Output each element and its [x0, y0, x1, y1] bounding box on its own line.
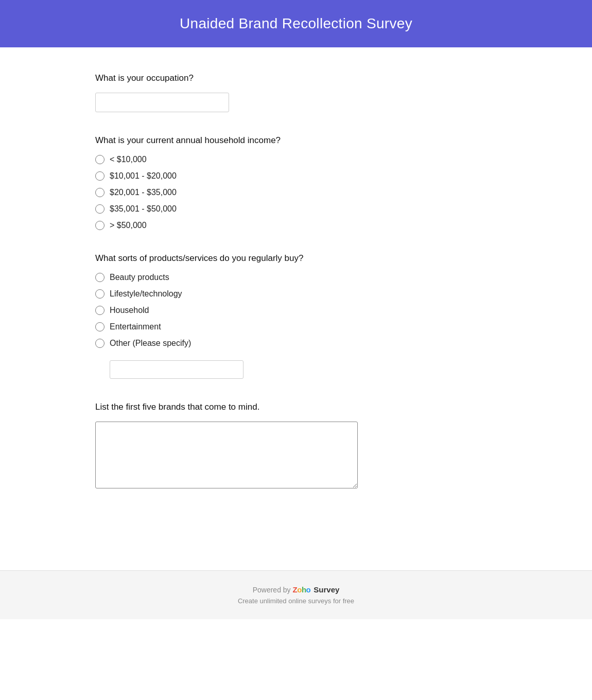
zoho-h: h — [302, 585, 306, 594]
question-1-label: What is your occupation? — [95, 73, 497, 83]
product-radio-1[interactable] — [95, 273, 105, 282]
question-2-block: What is your current annual household in… — [95, 135, 497, 230]
question-4-block: List the first five brands that come to … — [95, 402, 497, 491]
zoho-z: Z — [293, 585, 298, 594]
product-option-4[interactable]: Entertainment — [95, 322, 497, 331]
product-radio-2[interactable] — [95, 289, 105, 299]
powered-by-line: Powered by Zoho Survey — [10, 585, 582, 594]
question-3-block: What sorts of products/services do you r… — [95, 253, 497, 379]
income-radio-group: < $10,000 $10,001 - $20,000 $20,001 - $3… — [95, 155, 497, 230]
powered-by-label: Powered by — [253, 586, 291, 594]
income-radio-1[interactable] — [95, 155, 105, 164]
question-1-block: What is your occupation? — [95, 73, 497, 112]
product-option-5-label: Other (Please specify) — [110, 339, 191, 348]
income-radio-3[interactable] — [95, 188, 105, 197]
income-option-1-label: < $10,000 — [110, 155, 147, 164]
survey-label: Survey — [314, 585, 339, 594]
product-option-1[interactable]: Beauty products — [95, 273, 497, 282]
page-header: Unaided Brand Recollection Survey — [0, 0, 592, 47]
survey-title: Unaided Brand Recollection Survey — [10, 15, 582, 32]
product-option-2-label: Lifestyle/technology — [110, 289, 182, 299]
product-option-5[interactable]: Other (Please specify) — [95, 339, 497, 348]
income-radio-2[interactable] — [95, 171, 105, 181]
zoho-logo: Zoho — [293, 585, 311, 594]
income-option-4-label: $35,001 - $50,000 — [110, 204, 177, 214]
footer-tagline: Create unlimited online surveys for free — [10, 597, 582, 605]
survey-content: What is your occupation? What is your cu… — [64, 47, 528, 539]
income-option-4[interactable]: $35,001 - $50,000 — [95, 204, 497, 214]
income-option-5-label: > $50,000 — [110, 221, 147, 230]
zoho-o2: o — [306, 585, 311, 594]
question-4-label: List the first five brands that come to … — [95, 402, 497, 412]
income-option-1[interactable]: < $10,000 — [95, 155, 497, 164]
products-radio-group: Beauty products Lifestyle/technology Hou… — [95, 273, 497, 379]
product-option-1-label: Beauty products — [110, 273, 169, 282]
income-radio-4[interactable] — [95, 204, 105, 214]
product-option-3[interactable]: Household — [95, 306, 497, 315]
income-option-2-label: $10,001 - $20,000 — [110, 171, 177, 181]
question-2-label: What is your current annual household in… — [95, 135, 497, 146]
income-option-3[interactable]: $20,001 - $35,000 — [95, 188, 497, 197]
product-radio-4[interactable] — [95, 322, 105, 331]
other-specify-input[interactable] — [110, 360, 243, 379]
brands-textarea[interactable] — [95, 422, 358, 488]
income-option-2[interactable]: $10,001 - $20,000 — [95, 171, 497, 181]
income-option-3-label: $20,001 - $35,000 — [110, 188, 177, 197]
product-option-2[interactable]: Lifestyle/technology — [95, 289, 497, 299]
zoho-o: o — [297, 585, 302, 594]
page-footer: Powered by Zoho Survey Create unlimited … — [0, 570, 592, 619]
product-radio-5[interactable] — [95, 339, 105, 348]
question-3-label: What sorts of products/services do you r… — [95, 253, 497, 264]
product-option-4-label: Entertainment — [110, 322, 161, 331]
other-input-wrapper — [110, 360, 497, 379]
income-option-5[interactable]: > $50,000 — [95, 221, 497, 230]
product-radio-3[interactable] — [95, 306, 105, 315]
product-option-3-label: Household — [110, 306, 149, 315]
income-radio-5[interactable] — [95, 221, 105, 230]
occupation-input[interactable] — [95, 93, 229, 112]
